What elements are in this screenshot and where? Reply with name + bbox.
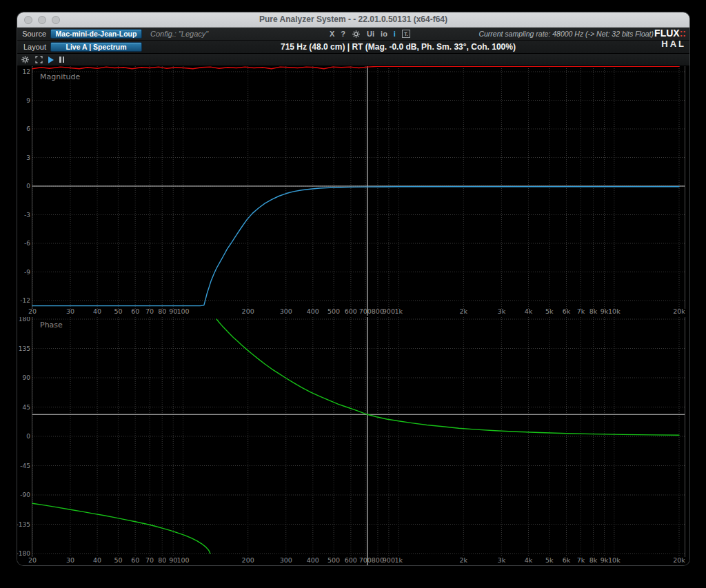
x-tick-label: 3k (498, 556, 506, 564)
phase-low-curve (32, 503, 210, 554)
flux-logo: FLUX:: (654, 28, 686, 38)
y-tick-label: 180 (19, 317, 30, 323)
x-tick-label: 20k (673, 307, 685, 315)
x-tick-label: 500 (327, 556, 340, 564)
toolbar-icons: X ? Ui io i T. (330, 28, 410, 40)
y-tick-label: 0 (26, 433, 30, 440)
y-tick-label: 45 (23, 404, 30, 411)
settings-gears-icon[interactable] (352, 30, 361, 39)
x-tick-label: 9k (601, 556, 609, 564)
x-tick-label: 200 (242, 556, 254, 564)
x-tick-label: 70 (145, 556, 154, 564)
x-tick-label: 6k (563, 556, 571, 564)
analyzer-charts: 2030405060708090100200300400500600700800… (17, 66, 689, 565)
x-tick-label: 2k (460, 307, 468, 315)
y-tick-label: 135 (19, 345, 30, 352)
x-tick-label: 90 (169, 307, 177, 315)
x-tick-label: 7k (577, 307, 585, 315)
hal-logo: HAL (654, 39, 686, 48)
close-icon[interactable]: X (330, 30, 334, 38)
app-window: Pure Analyzer System - - 22.01.0.50131 (… (17, 12, 689, 565)
ui-toggle-icon[interactable]: Ui (367, 30, 374, 38)
x-tick-label: 3k (498, 307, 506, 315)
panel-title: Magnitude (40, 72, 81, 81)
x-tick-label: 400 (307, 307, 319, 315)
x-tick-label: 60 (131, 556, 139, 564)
y-tick-label: 90 (23, 374, 31, 381)
x-tick-label: 5k (545, 307, 554, 315)
y-tick-label: -45 (20, 463, 30, 469)
gear-icon (21, 55, 30, 64)
x-tick-label: 80 (158, 307, 166, 315)
x-tick-label: 10k (608, 556, 621, 564)
play-icon (48, 57, 54, 63)
y-tick-label: 9 (26, 97, 30, 104)
x-tick-label: 900 (383, 556, 395, 564)
x-tick-label: 20 (28, 556, 37, 564)
layout-row: Layout Live A | Spectrum 715 Hz (48.0 cm… (17, 41, 689, 53)
phase-chart[interactable]: 2030405060708090100200300400500600700800… (17, 317, 689, 565)
source-select-button[interactable]: Mac-mini-de-Jean-Loup (50, 29, 142, 39)
source-label: Source (17, 30, 46, 38)
gear-icon (352, 30, 361, 39)
x-tick-label: 80 (158, 556, 166, 564)
x-tick-label: 5k (545, 556, 554, 564)
play-button[interactable] (48, 57, 54, 63)
x-tick-label: 300 (280, 556, 292, 564)
help-icon[interactable]: ? (341, 30, 345, 38)
y-tick-label: -3 (24, 212, 30, 219)
y-tick-label: 0 (26, 183, 30, 190)
y-tick-label: 12 (23, 68, 30, 75)
x-tick-label: 40 (93, 556, 101, 564)
x-tick-label: 4k (525, 556, 533, 564)
desktop: { "window": { "title": "Pure Analyzer Sy… (0, 0, 706, 588)
fullscreen-icon[interactable] (35, 56, 43, 63)
io-toggle-icon[interactable]: io (381, 30, 387, 38)
x-tick-label: 200 (242, 307, 254, 315)
flux-logo-accent: :: (680, 28, 686, 39)
x-tick-label: 700 (359, 556, 372, 564)
y-tick-label: -90 (20, 491, 30, 498)
titlebar[interactable]: Pure Analyzer System - - 22.01.0.50131 (… (17, 12, 689, 28)
panel-title: Phase (40, 321, 63, 330)
tooltip-icon[interactable]: T. (402, 30, 410, 38)
x-tick-label: 20k (673, 556, 685, 564)
x-tick-label: 30 (66, 556, 74, 564)
x-tick-label: 400 (307, 556, 319, 564)
transport-bar (17, 54, 689, 66)
y-tick-label: -6 (24, 240, 30, 247)
info-icon[interactable]: i (394, 30, 396, 38)
x-tick-label: 500 (327, 307, 340, 315)
magnitude-curve (32, 187, 679, 306)
toolbar: Source Mac-mini-de-Jean-Loup Config.: "L… (17, 28, 689, 54)
x-tick-label: 600 (345, 556, 357, 564)
y-tick-label: -135 (17, 521, 30, 528)
y-tick-label: -180 (17, 550, 30, 557)
x-tick-label: 700 (359, 307, 372, 315)
x-tick-label: 90 (169, 556, 177, 564)
x-tick-label: 30 (66, 307, 74, 315)
layout-label: Layout (17, 43, 46, 51)
x-tick-label: 1k (394, 556, 403, 564)
pause-button[interactable] (59, 57, 64, 63)
x-tick-label: 600 (345, 307, 357, 315)
y-tick-label: 3 (26, 154, 30, 161)
x-tick-label: 7k (577, 556, 585, 564)
x-tick-label: 300 (280, 307, 292, 315)
x-tick-label: 40 (93, 307, 101, 315)
y-tick-label: 6 (26, 125, 30, 132)
magnitude-chart[interactable]: 2030405060708090100200300400500600700800… (17, 66, 689, 317)
view-settings-icon[interactable] (21, 55, 30, 64)
x-tick-label: 1k (394, 307, 403, 315)
layout-select-button[interactable]: Live A | Spectrum (50, 42, 142, 52)
sampling-rate-text: Current sampling rate: 48000 Hz (-> Net:… (478, 28, 654, 40)
cursor-readout: 715 Hz (48.0 cm) | RT (Mag. -0.0 dB, Ph.… (281, 41, 516, 53)
x-tick-label: 50 (114, 556, 122, 564)
x-tick-label: 70 (145, 307, 154, 315)
window-title: Pure Analyzer System - - 22.01.0.50131 (… (17, 12, 689, 27)
x-tick-label: 100 (176, 556, 189, 564)
x-tick-label: 4k (525, 307, 533, 315)
y-tick-label: -12 (20, 297, 30, 304)
config-text: Config.: "Legacy" (150, 30, 208, 38)
source-row: Source Mac-mini-de-Jean-Loup Config.: "L… (17, 28, 689, 41)
